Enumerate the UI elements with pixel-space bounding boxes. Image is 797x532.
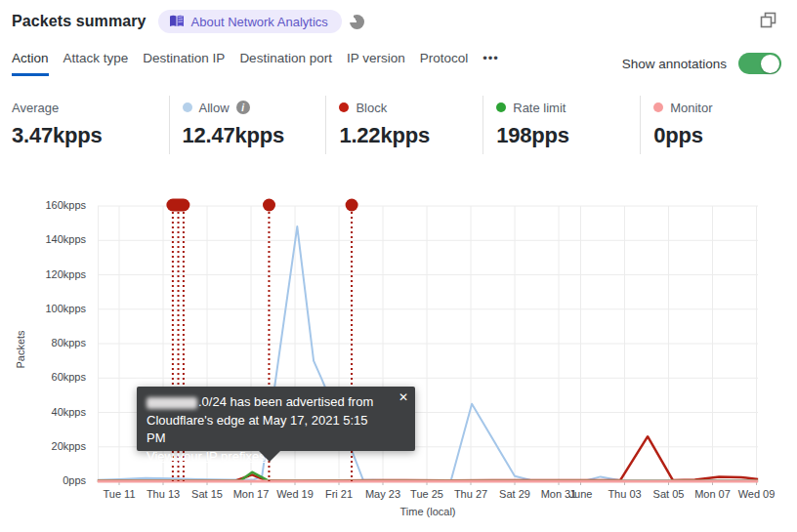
stat-value: 1.22kpps <box>339 123 482 148</box>
show-annotations-toggle[interactable] <box>738 53 781 74</box>
toggle-label: Show annotations <box>622 57 727 71</box>
close-icon[interactable]: ✕ <box>398 390 408 404</box>
stat-label: Average <box>12 101 59 115</box>
stat-value: 12.47kpps <box>183 123 326 148</box>
y-tick-label: 20kpps <box>0 440 86 454</box>
y-tick-label: 140kpps <box>0 233 86 247</box>
view-ip-prefixes-link[interactable]: View your IP prefixes <box>147 449 266 464</box>
tooltip-line2: Cloudflare's edge at May 17, 2021 5:15 P… <box>147 412 390 448</box>
stat-monitor: Monitor 0pps <box>640 96 797 154</box>
tooltip-line1: .0/24 has been advertised from <box>147 393 390 412</box>
toggle-knob <box>761 55 779 73</box>
stat-value: 3.47kpps <box>12 123 169 148</box>
stat-label: Block <box>356 101 387 115</box>
tab-protocol[interactable]: Protocol <box>420 51 469 73</box>
tab-destination-port[interactable]: Destination port <box>239 51 332 73</box>
chart-area: Packets Time (local) .0/24 has been adve… <box>0 185 797 532</box>
info-icon[interactable]: i <box>236 101 250 114</box>
stat-allow: Allow i 12.47kpps <box>169 96 326 154</box>
annotation-marker-dot[interactable] <box>346 199 358 212</box>
expand-icon[interactable] <box>760 12 777 29</box>
y-tick-label: 100kpps <box>0 303 86 316</box>
stat-block: Block 1.22kpps <box>325 96 482 154</box>
block-dot <box>339 102 349 112</box>
book-icon <box>169 15 185 28</box>
stat-value: 0pps <box>653 123 797 148</box>
rate-limit-dot <box>496 102 506 112</box>
y-tick-label: 0pps <box>0 474 86 488</box>
annotation-marker-pill[interactable] <box>166 199 189 212</box>
stat-average: Average 3.47kpps <box>12 96 169 154</box>
page-title: Packets summary <box>12 13 147 30</box>
redacted-prefix <box>147 397 197 409</box>
tab-destination-ip[interactable]: Destination IP <box>143 51 225 73</box>
stat-label: Rate limit <box>513 101 566 115</box>
header: Packets summary About Network Analytics <box>12 10 785 33</box>
allow-dot <box>183 102 192 112</box>
stat-value: 198pps <box>496 123 640 148</box>
stat-label: Allow <box>199 101 230 115</box>
y-tick-label: 60kpps <box>0 371 86 385</box>
about-network-analytics-badge[interactable]: About Network Analytics <box>158 10 342 33</box>
tab-ip-version[interactable]: IP version <box>347 51 405 73</box>
y-tick-label: 80kpps <box>0 337 86 350</box>
annotation-tooltip: .0/24 has been advertised from Cloudflar… <box>137 387 415 451</box>
badge-label: About Network Analytics <box>191 15 328 29</box>
more-tabs-icon[interactable]: ••• <box>482 51 499 73</box>
tab-action[interactable]: Action <box>12 51 49 76</box>
x-axis-title: Time (local) <box>330 506 525 517</box>
packets-summary-panel: Packets summary About Network Analytics … <box>0 0 797 532</box>
loading-pie-icon <box>350 15 364 29</box>
annotation-marker-dot[interactable] <box>263 199 275 212</box>
annotations-toggle-group: Show annotations <box>622 53 781 74</box>
y-tick-label: 160kpps <box>0 199 86 213</box>
stat-label: Monitor <box>670 101 712 115</box>
stats-row: Average 3.47kpps Allow i 12.47kpps Block… <box>12 96 797 154</box>
y-tick-label: 40kpps <box>0 406 86 420</box>
tooltip-arrow <box>259 451 280 462</box>
tab-bar: Action Attack type Destination IP Destin… <box>12 51 781 76</box>
y-tick-label: 120kpps <box>0 268 86 282</box>
tab-attack-type[interactable]: Attack type <box>63 51 129 73</box>
stat-rate-limit: Rate limit 198pps <box>482 96 640 154</box>
monitor-dot <box>653 102 663 112</box>
tabs: Action Attack type Destination IP Destin… <box>12 51 499 76</box>
